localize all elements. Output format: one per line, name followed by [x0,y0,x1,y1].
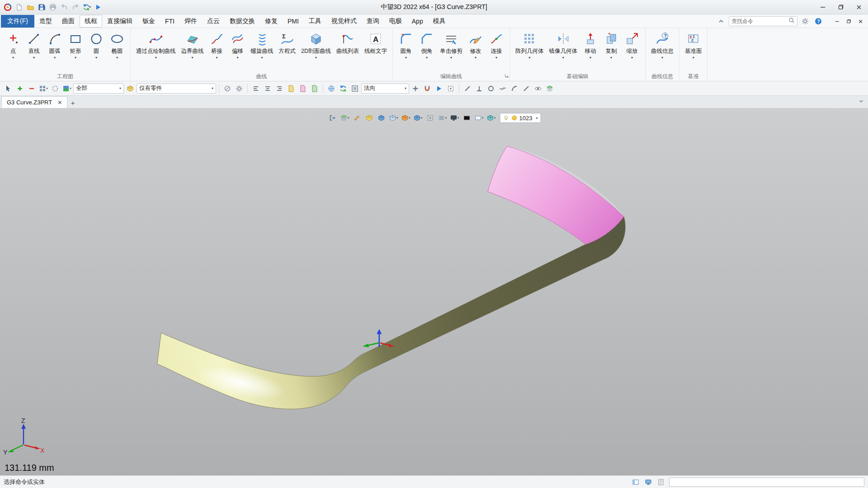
ribbon-button[interactable]: 通过点绘制曲线▾ [133,30,179,60]
ribbon-button[interactable]: 移动▾ [580,30,601,60]
dropdown-arrow-icon[interactable]: ▾ [450,56,452,60]
ribbon-button[interactable]: A线框文字 [362,30,390,60]
frame-mode-icon[interactable] [349,83,360,94]
viewport-3d[interactable]: ▾▾▾▾▾▾▾▾1023▾ Z Y X 131.119 mm [0,108,868,475]
ribbon-button[interactable]: 曲线列表 [334,30,362,60]
notes-doc-icon[interactable] [286,83,297,94]
restore-button[interactable] [832,0,850,14]
exit-session-icon[interactable] [327,113,338,123]
settings-gear-icon[interactable] [800,16,811,27]
web-link-icon[interactable] [326,83,337,94]
menu-tab[interactable]: 直接编辑 [102,15,137,28]
shaded-display-icon[interactable] [376,113,387,123]
document-tab[interactable]: G3 Curve.Z3PRT ✕ [1,96,67,108]
layer-manager-icon[interactable]: ▾ [340,113,350,123]
close-tab-icon[interactable]: ✕ [57,99,62,106]
ribbon-button[interactable]: 偏移▾ [227,30,248,60]
save-icon[interactable] [37,2,47,12]
ribbon-button[interactable]: Σ方程式 [276,30,299,60]
display-toggle-icon[interactable] [643,477,654,488]
ribbon-button[interactable]: 直线▾ [24,30,44,60]
dropdown-arrow-icon[interactable]: ▾ [315,56,317,60]
view-orient-icon[interactable]: ▾ [413,113,424,123]
entity-filter-combo[interactable]: 全部▾ [73,84,124,94]
doc-close-button[interactable] [854,16,866,27]
ribbon-button[interactable]: 复制▾ [601,30,622,60]
background-white-swatch[interactable]: ▾ [474,113,485,123]
dropdown-arrow-icon[interactable]: ▾ [191,56,193,60]
render-style-icon[interactable]: ▾ [401,113,411,123]
selection-filter-icon[interactable] [3,83,14,94]
menu-tab[interactable]: 钣金 [137,15,160,28]
menu-tab[interactable]: 电极 [384,15,407,28]
ribbon-button[interactable]: 桥接▾ [207,30,227,60]
light-id-combo[interactable]: 1023▾ [500,113,541,123]
ribbon-button[interactable]: 连接▾ [486,30,507,60]
menu-tab[interactable]: 模具 [428,15,451,28]
export-doc-icon[interactable] [297,83,308,94]
normal-direction-combo[interactable]: 法向▾ [361,84,409,94]
collapse-ribbon-icon[interactable] [716,16,726,27]
ribbon-button[interactable]: 修改▾ [465,30,486,60]
dropdown-arrow-icon[interactable]: ▾ [590,56,591,60]
ribbon-button[interactable]: 缩放▾ [622,30,642,60]
ribbon-button[interactable]: 圆角▾ [396,30,416,60]
magnet-snap-icon[interactable] [422,83,433,94]
menu-tab[interactable]: 修复 [260,15,283,28]
ribbon-button[interactable]: 倒角▾ [416,30,437,60]
ribbon-button[interactable]: 椭圆▾ [107,30,127,60]
view-triad[interactable]: Z Y X [3,418,44,459]
dropdown-arrow-icon[interactable]: ▾ [95,56,97,60]
add-to-list-icon[interactable] [14,83,25,94]
ribbon-button[interactable]: 圆弧▾ [44,30,65,60]
section-view-icon[interactable] [425,113,436,123]
ribbon-button[interactable]: 点▾ [3,30,24,60]
dropdown-arrow-icon[interactable]: ▾ [216,56,217,60]
dropdown-arrow-icon[interactable]: ▾ [562,56,564,60]
visibility-icon[interactable] [533,83,543,94]
ribbon-button[interactable]: 圆▾ [86,30,107,60]
snap-spline-icon[interactable] [497,83,508,94]
screen-display-icon[interactable]: ▾ [449,113,460,123]
snap-arc-icon[interactable] [509,83,520,94]
align-center-icon[interactable] [262,83,273,94]
dropdown-arrow-icon[interactable]: ▾ [426,56,428,60]
pick-from-list-icon[interactable]: ▾ [38,83,49,94]
background-black-swatch[interactable] [462,113,472,123]
ribbon-button[interactable]: 312基准面▾ [682,30,705,60]
close-button[interactable] [850,0,868,14]
doc-minimize-button[interactable] [831,16,843,27]
menu-tab[interactable]: 线框 [80,15,102,28]
display-mode-icon[interactable]: ▾ [388,113,399,123]
ribbon-button[interactable]: 边界曲线▾ [179,30,207,60]
align-right-icon[interactable] [274,83,285,94]
ribbon-button[interactable]: 单击修剪▾ [437,30,465,60]
run-icon[interactable] [93,2,103,12]
dropdown-arrow-icon[interactable]: ▾ [693,56,694,60]
dropdown-arrow-icon[interactable]: ▾ [236,56,238,60]
dropdown-arrow-icon[interactable]: ▾ [475,56,476,60]
group-launcher-icon[interactable] [505,73,509,79]
menu-tab[interactable]: 工具 [304,15,326,28]
snap-circle-icon[interactable] [486,83,496,94]
dropdown-arrow-icon[interactable]: ▾ [631,56,633,60]
redo-icon[interactable] [71,2,80,12]
list-toggle-icon[interactable] [656,477,666,488]
menu-tab[interactable]: PMI [283,15,304,27]
menu-tab[interactable]: 造型 [34,15,57,28]
ribbon-button[interactable]: 2D剖面曲线▾ [298,30,334,60]
help-icon[interactable]: ? [813,16,824,27]
model-canvas[interactable] [0,108,868,475]
annotate-icon[interactable] [352,113,363,123]
snap-tangent-icon[interactable] [521,83,532,94]
lasso-select-icon[interactable] [50,83,61,94]
settings-small-icon[interactable] [234,83,245,94]
ribbon-button[interactable]: 矩形▾ [65,30,86,60]
menu-tab[interactable]: FTI [160,15,179,27]
show-filter-combo[interactable]: 仅有零件▾ [137,84,216,94]
menu-tab[interactable]: 数据交换 [225,15,260,28]
layers-small-icon[interactable] [544,83,555,94]
remove-from-list-icon[interactable] [26,83,37,94]
doc-restore-button[interactable] [843,16,854,27]
minimize-button[interactable] [814,0,832,14]
